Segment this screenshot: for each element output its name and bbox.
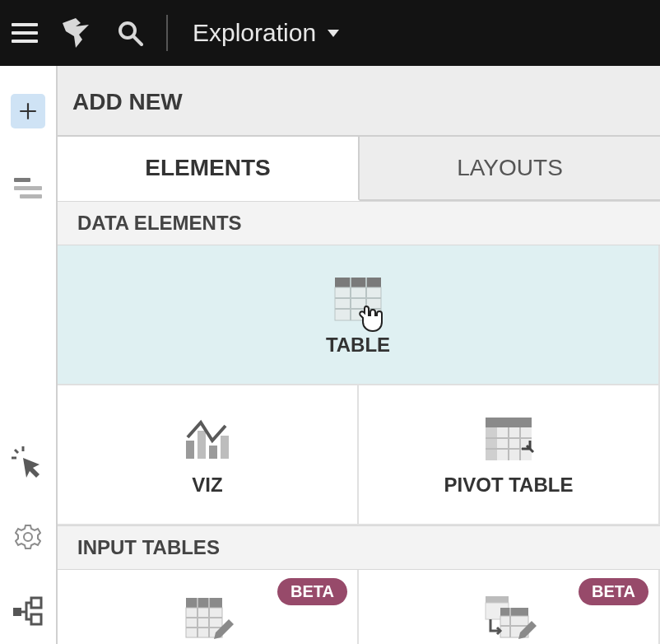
pivot-table-icon bbox=[484, 416, 533, 462]
svg-rect-14 bbox=[186, 441, 194, 459]
table-icon bbox=[333, 276, 383, 322]
svg-rect-25 bbox=[186, 598, 222, 608]
tab-elements[interactable]: ELEMENTS bbox=[58, 135, 360, 201]
search-icon[interactable] bbox=[114, 16, 146, 49]
svg-rect-33 bbox=[500, 608, 528, 616]
data-elements-grid: TABLE VIZ bbox=[58, 245, 660, 525]
svg-line-1 bbox=[133, 36, 142, 44]
svg-rect-7 bbox=[31, 614, 41, 624]
left-rail bbox=[0, 66, 58, 644]
header-divider bbox=[166, 15, 168, 51]
element-input-table-1[interactable]: BETA bbox=[58, 570, 359, 644]
svg-rect-20 bbox=[497, 427, 532, 460]
element-label: VIZ bbox=[192, 474, 222, 497]
svg-rect-15 bbox=[198, 431, 206, 459]
element-pivot-table[interactable]: PIVOT TABLE bbox=[359, 385, 660, 525]
add-button[interactable] bbox=[11, 94, 45, 128]
gear-icon[interactable] bbox=[12, 520, 44, 553]
element-input-table-2[interactable]: BETA bbox=[359, 570, 660, 644]
svg-rect-19 bbox=[486, 427, 497, 460]
menu-hamburger-icon[interactable] bbox=[8, 16, 41, 49]
svg-rect-17 bbox=[221, 436, 229, 459]
cursor-click-icon[interactable] bbox=[12, 446, 44, 479]
add-new-panel: ADD NEW ELEMENTS LAYOUTS DATA ELEMENTS bbox=[58, 66, 660, 644]
svg-rect-6 bbox=[31, 598, 41, 608]
panel-tabs: ELEMENTS LAYOUTS bbox=[58, 135, 660, 201]
section-input-tables: INPUT TABLES bbox=[58, 525, 660, 570]
element-label: TABLE bbox=[326, 334, 390, 357]
svg-rect-18 bbox=[486, 418, 532, 427]
chevron-down-icon bbox=[328, 30, 339, 37]
element-table[interactable]: TABLE bbox=[58, 245, 660, 385]
app-logo-icon[interactable] bbox=[58, 15, 94, 51]
svg-rect-16 bbox=[209, 446, 217, 459]
svg-rect-31 bbox=[486, 596, 509, 603]
linked-edit-table-icon bbox=[484, 595, 533, 641]
tab-layouts[interactable]: LAYOUTS bbox=[360, 135, 660, 199]
top-header: Exploration bbox=[0, 0, 660, 66]
mode-selector[interactable]: Exploration bbox=[193, 19, 339, 47]
beta-badge: BETA bbox=[579, 578, 648, 605]
mode-label: Exploration bbox=[193, 19, 316, 47]
element-viz[interactable]: VIZ bbox=[58, 385, 359, 525]
svg-rect-8 bbox=[335, 278, 381, 287]
svg-rect-5 bbox=[13, 608, 21, 616]
svg-rect-9 bbox=[335, 287, 381, 320]
hierarchy-icon[interactable] bbox=[12, 595, 44, 628]
beta-badge: BETA bbox=[277, 578, 347, 605]
align-lines-icon[interactable] bbox=[14, 178, 42, 198]
input-tables-grid: BETA BETA bbox=[58, 570, 660, 644]
panel-title: ADD NEW bbox=[58, 66, 660, 135]
section-data-elements: DATA ELEMENTS bbox=[58, 201, 660, 245]
element-label: PIVOT TABLE bbox=[444, 474, 574, 497]
edit-table-icon bbox=[183, 595, 232, 641]
viz-chart-icon bbox=[183, 416, 232, 462]
svg-line-2 bbox=[15, 450, 18, 453]
